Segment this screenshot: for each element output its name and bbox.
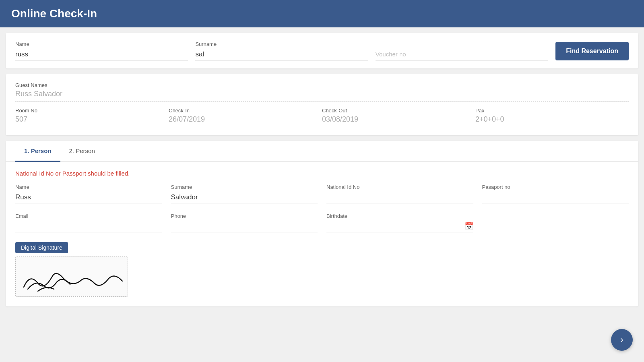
name-field-group: Name bbox=[15, 41, 188, 60]
tabs-header: 1. Person 2. Person bbox=[6, 141, 638, 162]
national-id-field: National Id No bbox=[326, 184, 473, 203]
checkin-value: 26/07/2019 bbox=[169, 115, 322, 127]
person-name-field: Name bbox=[15, 184, 162, 203]
surname-field-group: Surname bbox=[195, 41, 368, 60]
birthdate-label: Birthdate bbox=[326, 213, 473, 219]
surname-label: Surname bbox=[195, 41, 368, 47]
person-surname-field: Surname bbox=[171, 184, 318, 203]
national-id-label: National Id No bbox=[326, 184, 473, 190]
person-surname-label: Surname bbox=[171, 184, 318, 190]
passport-input[interactable] bbox=[482, 192, 629, 203]
form-row-2: Email Phone Birthdate 📅 bbox=[15, 213, 629, 232]
digital-signature-label[interactable]: Digital Signature bbox=[15, 242, 68, 253]
voucher-field-group bbox=[376, 47, 548, 60]
passport-field: Pasaport no bbox=[482, 184, 629, 203]
signature-section: Digital Signature bbox=[15, 242, 629, 297]
checkin-label: Check-In bbox=[169, 108, 322, 114]
pax-label: Pax bbox=[475, 108, 629, 114]
empty-field bbox=[482, 213, 629, 232]
checkout-label: Check-Out bbox=[322, 108, 475, 114]
page-title: Online Check-In bbox=[11, 7, 633, 20]
email-field: Email bbox=[15, 213, 162, 232]
birthdate-field: Birthdate 📅 bbox=[326, 213, 473, 232]
name-label: Name bbox=[15, 41, 188, 47]
page-header: Online Check-In bbox=[0, 0, 644, 27]
signature-svg bbox=[16, 257, 128, 297]
form-row-1: Name Surname National Id No Pasaport no bbox=[15, 184, 629, 203]
room-no-label: Room No bbox=[15, 108, 169, 114]
guest-names-value: Russ Salvador bbox=[15, 90, 629, 102]
search-card: Name Surname Find Reservation bbox=[6, 33, 638, 68]
passport-label: Pasaport no bbox=[482, 184, 629, 190]
tabs-card: 1. Person 2. Person National Id No or Pa… bbox=[6, 141, 638, 306]
checkout-value: 03/08/2019 bbox=[322, 115, 475, 127]
details-row: Room No 507 Check-In 26/07/2019 Check-Ou… bbox=[15, 108, 629, 127]
checkout-col: Check-Out 03/08/2019 bbox=[322, 108, 475, 127]
pax-col: Pax 2+0+0+0 bbox=[475, 108, 629, 127]
tabs-content: National Id No or Passport should be fil… bbox=[6, 162, 638, 306]
national-id-input[interactable] bbox=[326, 192, 473, 203]
surname-input[interactable] bbox=[195, 49, 368, 60]
room-no-col: Room No 507 bbox=[15, 108, 169, 127]
email-label: Email bbox=[15, 213, 162, 219]
validation-error: National Id No or Passport should be fil… bbox=[15, 170, 629, 177]
birthdate-input[interactable] bbox=[326, 221, 464, 232]
tab-1-person[interactable]: 1. Person bbox=[15, 141, 60, 162]
voucher-input[interactable] bbox=[376, 49, 548, 60]
birthdate-input-container: 📅 bbox=[326, 221, 473, 232]
reservation-card: Guest Names Russ Salvador Room No 507 Ch… bbox=[6, 74, 638, 135]
guest-names-group: Guest Names Russ Salvador bbox=[15, 82, 629, 102]
find-reservation-button[interactable]: Find Reservation bbox=[555, 42, 629, 60]
calendar-icon[interactable]: 📅 bbox=[464, 222, 473, 231]
signature-box[interactable] bbox=[15, 257, 128, 297]
name-input[interactable] bbox=[15, 49, 188, 60]
email-input[interactable] bbox=[15, 221, 162, 232]
phone-field: Phone bbox=[171, 213, 318, 232]
checkin-col: Check-In 26/07/2019 bbox=[169, 108, 322, 127]
room-no-value: 507 bbox=[15, 115, 169, 127]
phone-input[interactable] bbox=[171, 221, 318, 232]
guest-names-label: Guest Names bbox=[15, 82, 629, 88]
search-row: Name Surname Find Reservation bbox=[15, 41, 629, 60]
person-name-label: Name bbox=[15, 184, 162, 190]
person-surname-input[interactable] bbox=[171, 192, 318, 203]
person-name-input[interactable] bbox=[15, 192, 162, 203]
phone-label: Phone bbox=[171, 213, 318, 219]
pax-value: 2+0+0+0 bbox=[475, 115, 629, 127]
tab-2-person[interactable]: 2. Person bbox=[60, 141, 104, 162]
